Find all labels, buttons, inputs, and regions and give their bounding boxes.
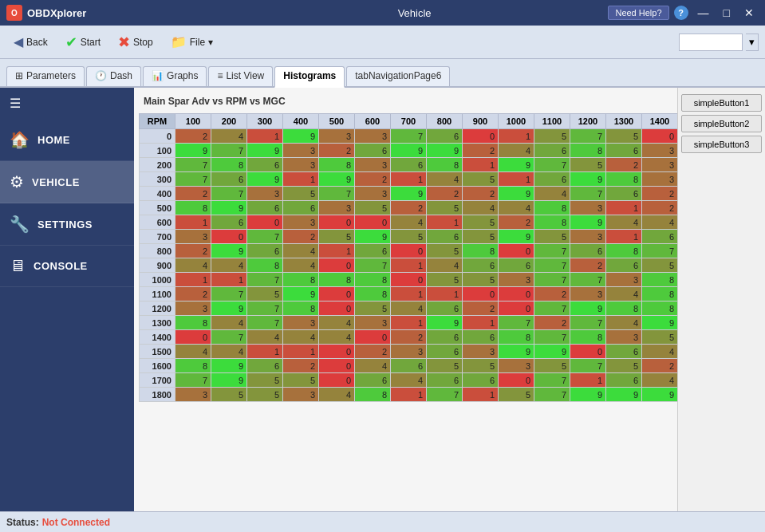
cell-r9-c12: 6 [606,258,642,273]
maximize-button[interactable]: □ [719,5,735,21]
cell-r13-c7: 9 [427,316,463,330]
simple-button-3[interactable]: simpleButton3 [681,136,762,153]
table-area[interactable]: Main Spar Adv vs RPM vs MGC RPM100200300… [134,88,677,511]
cell-r15-c5: 2 [355,345,391,359]
rpm-cell-1300: 1300 [140,316,175,330]
cell-r8-c2: 6 [247,244,283,258]
app-icon: O [6,5,22,21]
cell-r13-c6: 1 [391,316,427,330]
cell-r12-c1: 9 [211,301,247,316]
cell-r4-c6: 9 [391,187,427,201]
hamburger-button[interactable]: ☰ [0,88,134,119]
sidebar-item-settings[interactable]: 🔧 SETTINGS [0,203,134,246]
toolbar-combo-input[interactable] [679,33,743,51]
start-button[interactable]: ✔ Start [58,30,108,54]
cell-r13-c10: 2 [534,316,570,330]
cell-r16-c7: 5 [427,359,463,373]
simple-button-2[interactable]: simpleButton2 [681,115,762,132]
cell-r1-c12: 6 [606,144,642,158]
cell-r16-c8: 5 [463,359,499,373]
right-panel: simpleButton1 simpleButton2 simpleButton… [677,88,765,511]
rpm-cell-1700: 1700 [140,373,175,388]
cell-r3-c8: 5 [463,172,499,187]
col-header-1300: 1300 [606,114,642,129]
dash-icon: 🕐 [95,70,107,81]
cell-r10-c6: 0 [391,273,427,287]
cell-r4-c4: 7 [319,187,355,201]
toolbar-combo-dropdown[interactable]: ▾ [746,33,759,51]
help-area: Need Help? ? — □ ✕ [608,5,759,21]
file-button[interactable]: 📁 File ▾ [164,31,220,53]
cell-r13-c8: 1 [463,316,499,330]
table-row: 160089620465535752 [140,359,678,373]
sidebar-item-home[interactable]: 🏠 HOME [0,119,134,161]
parameters-icon: ⊞ [15,70,23,81]
table-row: 130084734319172749 [140,316,678,330]
cell-r13-c2: 7 [247,316,283,330]
cell-r12-c12: 8 [606,301,642,316]
cell-r7-c8: 5 [463,230,499,244]
cell-r8-c3: 4 [283,244,319,258]
table-row: 60016030041528944 [140,215,678,230]
cell-r9-c8: 6 [463,258,499,273]
cell-r2-c10: 7 [534,158,570,172]
cell-r14-c8: 6 [463,330,499,345]
cell-r17-c13: 4 [642,373,678,388]
tab-graphs[interactable]: 📊 Graphs [143,66,207,86]
cell-r16-c12: 5 [606,359,642,373]
col-header-1400: 1400 [642,114,678,129]
rpm-cell-1000: 1000 [140,273,175,287]
sidebar-item-console[interactable]: 🖥 CONSOLE [0,246,134,287]
tab-dash[interactable]: 🕐 Dash [86,66,141,86]
cell-r4-c12: 6 [606,187,642,201]
cell-r11-c13: 8 [642,287,678,301]
titlebar: O OBDXplorer Vehicle Need Help? ? — □ ✕ [0,0,765,26]
cell-r12-c0: 3 [175,301,211,316]
cell-r7-c5: 9 [355,230,391,244]
help-button[interactable]: Need Help? [608,6,668,20]
cell-r8-c1: 9 [211,244,247,258]
cell-r8-c0: 2 [175,244,211,258]
help-question-button[interactable]: ? [674,6,688,20]
tab-listview[interactable]: ≡ List View [208,66,273,86]
console-label: CONSOLE [34,260,88,272]
table-row: 110027590811002348 [140,287,678,301]
cell-r6-c1: 6 [211,215,247,230]
minimize-button[interactable]: — [693,5,714,21]
cell-r2-c9: 9 [499,158,534,172]
cell-r15-c3: 1 [283,345,319,359]
cell-r0-c13: 0 [642,129,678,144]
cell-r10-c4: 8 [319,273,355,287]
tab-nav6[interactable]: tabNavigationPage6 [346,66,450,86]
close-button[interactable]: ✕ [739,5,759,21]
table-row: 120039780546207988 [140,301,678,316]
cell-r7-c12: 1 [606,230,642,244]
cell-r13-c13: 9 [642,316,678,330]
cell-r5-c13: 2 [642,201,678,215]
cell-r4-c2: 3 [247,187,283,201]
cell-r13-c0: 8 [175,316,211,330]
cell-r7-c2: 7 [247,230,283,244]
sidebar-item-vehicle[interactable]: ⚙ VEHICLE [0,161,134,203]
cell-r5-c0: 8 [175,201,211,215]
cell-r4-c3: 5 [283,187,319,201]
cell-r3-c11: 9 [570,172,606,187]
cell-r17-c5: 6 [355,373,391,388]
cell-r5-c1: 9 [211,201,247,215]
cell-r15-c2: 1 [247,345,283,359]
stop-button[interactable]: ✖ Stop [111,30,160,54]
cell-r15-c12: 6 [606,345,642,359]
back-button[interactable]: ◀ Back [6,31,55,53]
cell-r18-c6: 1 [391,388,427,402]
simple-button-1[interactable]: simpleButton1 [681,94,762,112]
cell-r8-c7: 5 [427,244,463,258]
tab-parameters[interactable]: ⊞ Parameters [6,66,85,86]
cell-r11-c11: 3 [570,287,606,301]
cell-r18-c10: 7 [534,388,570,402]
rpm-cell-700: 700 [140,230,175,244]
cell-r7-c4: 5 [319,230,355,244]
table-row: 90044840714667265 [140,258,678,273]
cell-r6-c10: 8 [534,215,570,230]
sidebar: ☰ 🏠 HOME ⚙ VEHICLE 🔧 SETTINGS 🖥 CONSOLE [0,88,134,511]
tab-histograms[interactable]: Histograms [274,66,345,88]
